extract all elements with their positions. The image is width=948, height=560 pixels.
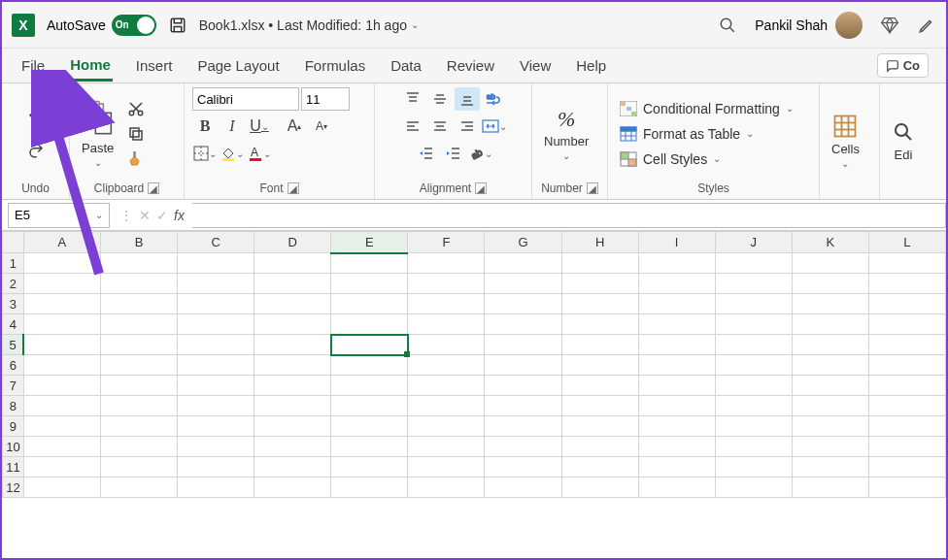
cell[interactable]: [485, 355, 561, 376]
italic-button[interactable]: I: [220, 115, 245, 138]
autosave-toggle[interactable]: On: [112, 15, 156, 36]
cell[interactable]: [715, 396, 792, 416]
cell[interactable]: [792, 314, 868, 335]
cell[interactable]: [638, 314, 715, 335]
cell[interactable]: [715, 314, 792, 335]
column-header[interactable]: G: [485, 232, 561, 253]
cell[interactable]: [561, 274, 638, 294]
wrap-text-button[interactable]: ab: [482, 87, 507, 111]
cell[interactable]: [868, 396, 945, 416]
cell[interactable]: [561, 416, 638, 437]
cell[interactable]: [331, 457, 408, 478]
cell[interactable]: [792, 355, 868, 376]
shrink-font-button[interactable]: A▾: [309, 115, 334, 138]
row-header[interactable]: 1: [3, 253, 24, 274]
column-header[interactable]: K: [792, 232, 868, 253]
cell[interactable]: [561, 376, 638, 396]
cell[interactable]: [408, 478, 485, 498]
cell[interactable]: [408, 253, 485, 274]
cell[interactable]: [101, 314, 178, 335]
column-header[interactable]: B: [101, 232, 178, 253]
tab-insert[interactable]: Insert: [134, 51, 175, 80]
cell[interactable]: [638, 457, 715, 478]
cell[interactable]: [254, 376, 331, 396]
tab-view[interactable]: View: [518, 51, 553, 80]
search-icon[interactable]: [718, 16, 737, 35]
cell[interactable]: [868, 416, 945, 437]
font-name-select[interactable]: [192, 87, 299, 111]
name-box[interactable]: E5 ⌄: [8, 203, 110, 228]
cell[interactable]: [331, 314, 408, 335]
cell[interactable]: [23, 376, 100, 396]
cell[interactable]: [715, 335, 792, 355]
align-left-button[interactable]: [400, 115, 425, 138]
cell[interactable]: [178, 274, 254, 294]
cell[interactable]: [485, 253, 561, 274]
cell[interactable]: [638, 416, 715, 437]
cell[interactable]: [792, 457, 868, 478]
cell[interactable]: [485, 274, 561, 294]
editing-button[interactable]: Edi: [888, 115, 919, 166]
cell[interactable]: [178, 457, 254, 478]
cell[interactable]: [715, 478, 792, 498]
cell[interactable]: [254, 294, 331, 314]
cell[interactable]: [485, 396, 561, 416]
cell[interactable]: [23, 478, 100, 498]
row-header[interactable]: 12: [3, 478, 24, 498]
cell[interactable]: [101, 253, 178, 274]
cancel-formula-icon[interactable]: ✕: [139, 208, 151, 223]
cell[interactable]: [485, 294, 561, 314]
cell[interactable]: [101, 478, 178, 498]
cell[interactable]: [561, 478, 638, 498]
cell[interactable]: [23, 355, 100, 376]
cell-styles-button[interactable]: Cell Styles⌄: [616, 149, 725, 169]
cell[interactable]: [408, 294, 485, 314]
cell[interactable]: [23, 253, 100, 274]
column-header[interactable]: J: [715, 232, 792, 253]
cell[interactable]: [254, 478, 331, 498]
cell[interactable]: [792, 376, 868, 396]
cell[interactable]: [101, 355, 178, 376]
cell[interactable]: [792, 437, 868, 457]
cell[interactable]: [638, 396, 715, 416]
orientation-button[interactable]: ab⌄: [468, 142, 493, 165]
cell[interactable]: [331, 376, 408, 396]
font-color-button[interactable]: A⌄: [247, 142, 272, 165]
cell[interactable]: [408, 437, 485, 457]
cell[interactable]: [331, 478, 408, 498]
cell[interactable]: [254, 274, 331, 294]
cell[interactable]: [868, 437, 945, 457]
cell[interactable]: [331, 416, 408, 437]
pen-icon[interactable]: [917, 16, 936, 35]
cell[interactable]: [561, 335, 638, 355]
bold-button[interactable]: B: [192, 115, 218, 138]
column-header[interactable]: L: [868, 232, 945, 253]
tab-help[interactable]: Help: [574, 51, 608, 80]
cell[interactable]: [868, 457, 945, 478]
grow-font-button[interactable]: A▴: [282, 115, 307, 138]
cell[interactable]: [485, 335, 561, 355]
cell[interactable]: [178, 314, 254, 335]
undo-button[interactable]: [23, 106, 49, 129]
cell[interactable]: [792, 294, 868, 314]
cell[interactable]: [23, 396, 100, 416]
conditional-formatting-button[interactable]: Conditional Formatting⌄: [616, 99, 797, 118]
font-dialog-launcher[interactable]: ◢: [288, 182, 299, 194]
cell[interactable]: [331, 253, 408, 274]
cell[interactable]: [715, 274, 792, 294]
cell[interactable]: [254, 314, 331, 335]
cell[interactable]: [101, 294, 178, 314]
autosave-control[interactable]: AutoSave On: [47, 15, 156, 36]
cell[interactable]: [561, 253, 638, 274]
tab-formulas[interactable]: Formulas: [303, 51, 368, 80]
tab-home[interactable]: Home: [68, 50, 113, 82]
align-bottom-button[interactable]: [455, 87, 480, 111]
align-center-button[interactable]: [427, 115, 453, 138]
row-header[interactable]: 10: [3, 437, 24, 457]
cell[interactable]: [638, 294, 715, 314]
cell[interactable]: [408, 355, 485, 376]
align-middle-button[interactable]: [427, 87, 453, 111]
cell[interactable]: [101, 457, 178, 478]
format-as-table-button[interactable]: Format as Table⌄: [616, 124, 758, 144]
cell[interactable]: [101, 396, 178, 416]
